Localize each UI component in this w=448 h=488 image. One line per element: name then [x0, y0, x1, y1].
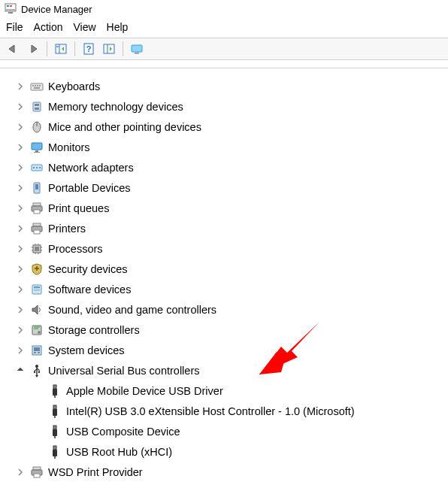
tree-category-label: Universal Serial Bus controllers — [48, 365, 199, 377]
title-bar: Device Manager — [0, 0, 448, 18]
svg-rect-21 — [33, 102, 41, 111]
svg-rect-12 — [132, 45, 142, 52]
tree-category[interactable]: Sound, video and game controllers — [8, 299, 448, 320]
svg-rect-1 — [6, 9, 15, 11]
show-hide-tree-button[interactable] — [53, 41, 69, 57]
tree-category-label: Portable Devices — [48, 182, 131, 194]
printer-icon — [30, 465, 44, 479]
tree-category[interactable]: Mice and other pointing devices — [8, 117, 448, 137]
chevron-right-icon[interactable] — [15, 284, 26, 295]
device-tree: KeyboardsMemory technology devicesMice a… — [0, 73, 448, 482]
tree-category-label: Software devices — [48, 283, 131, 296]
tree-category[interactable]: WSD Print Provider — [8, 462, 448, 482]
chevron-right-icon[interactable] — [15, 122, 26, 132]
tree-category[interactable]: Keyboards — [8, 76, 448, 96]
svg-point-30 — [33, 167, 35, 168]
menu-help[interactable]: Help — [107, 21, 129, 33]
svg-rect-16 — [32, 85, 34, 86]
chevron-right-icon[interactable] — [15, 305, 26, 315]
svg-rect-53 — [34, 289, 40, 289]
svg-rect-4 — [8, 12, 13, 14]
back-button[interactable] — [5, 41, 21, 57]
chevron-right-icon[interactable] — [15, 264, 26, 274]
tree-category[interactable]: Print queues — [8, 198, 448, 218]
chevron-right-icon[interactable] — [15, 183, 26, 193]
chevron-right-icon[interactable] — [15, 467, 26, 477]
toolbar-separator — [74, 41, 75, 56]
svg-text:?: ? — [86, 44, 92, 53]
action-button[interactable] — [101, 41, 117, 57]
tree-category-label: Printers — [48, 223, 86, 235]
tree-category[interactable]: Universal Serial Bus controllers — [8, 360, 448, 380]
tree-category-label: Print queues — [48, 202, 109, 214]
tree-device-label: USB Root Hub (xHCI) — [66, 446, 172, 458]
monitor-icon — [30, 141, 44, 154]
chevron-right-icon[interactable] — [15, 142, 26, 153]
security-icon — [30, 262, 44, 276]
chevron-right-icon[interactable] — [15, 325, 26, 335]
tree-category-label: WSD Print Provider — [48, 466, 143, 478]
network-icon — [30, 161, 44, 174]
app-icon — [5, 3, 17, 15]
chevron-right-icon[interactable] — [15, 244, 26, 254]
svg-rect-28 — [34, 152, 40, 153]
svg-rect-79 — [34, 474, 40, 477]
usb-plug-icon — [48, 405, 62, 418]
svg-rect-58 — [34, 347, 40, 351]
toolbar-separator — [47, 41, 47, 56]
tree-category-label: Security devices — [48, 263, 128, 275]
chevron-right-icon[interactable] — [15, 345, 26, 356]
printer-icon — [30, 222, 44, 235]
tree-category[interactable]: Portable Devices — [8, 177, 448, 198]
tree-category[interactable]: Printers — [8, 218, 448, 238]
chevron-right-icon[interactable] — [15, 102, 26, 112]
svg-rect-27 — [35, 150, 38, 152]
chevron-right-icon[interactable] — [15, 162, 26, 173]
system-icon — [30, 344, 44, 357]
tree-category-label: Sound, video and game controllers — [48, 304, 216, 316]
tree-category[interactable]: Monitors — [8, 137, 448, 157]
tree-device[interactable]: USB Root Hub (xHCI) — [8, 441, 448, 462]
svg-point-31 — [36, 167, 38, 168]
svg-rect-22 — [35, 104, 39, 106]
usb-icon — [30, 364, 44, 377]
svg-rect-15 — [31, 83, 43, 90]
tree-device[interactable]: Intel(R) USB 3.0 eXtensible Host Control… — [8, 401, 448, 421]
svg-rect-42 — [35, 247, 39, 251]
svg-rect-34 — [35, 184, 38, 189]
forward-button[interactable] — [25, 41, 41, 57]
svg-rect-13 — [135, 53, 139, 54]
chevron-right-icon[interactable] — [15, 203, 26, 214]
svg-rect-38 — [33, 223, 41, 226]
tree-category[interactable]: Processors — [8, 238, 448, 259]
chevron-right-icon[interactable] — [15, 223, 26, 234]
menu-action[interactable]: Action — [34, 21, 63, 33]
svg-point-56 — [38, 331, 41, 334]
svg-rect-7 — [56, 46, 59, 47]
printer-icon — [30, 202, 44, 215]
tree-category-label: Monitors — [48, 141, 90, 153]
svg-rect-66 — [53, 389, 57, 396]
svg-rect-71 — [53, 426, 56, 429]
tree-category-label: Mice and other pointing devices — [48, 121, 201, 133]
scan-hardware-button[interactable] — [129, 41, 145, 57]
tree-category[interactable]: Network adapters — [8, 157, 448, 177]
help-button[interactable]: ? — [80, 41, 97, 57]
tree-category-label: Processors — [48, 243, 103, 255]
tree-device[interactable]: USB Composite Device — [8, 421, 448, 441]
portable-icon — [30, 181, 44, 195]
chevron-down-icon[interactable] — [15, 365, 26, 376]
menu-view[interactable]: View — [73, 21, 95, 33]
tree-category[interactable]: Software devices — [8, 279, 448, 299]
svg-rect-2 — [7, 5, 9, 7]
tree-category[interactable]: Memory technology devices — [8, 96, 448, 117]
tree-category[interactable]: System devices — [8, 340, 448, 360]
chevron-right-icon[interactable] — [15, 81, 26, 92]
menu-file[interactable]: File — [6, 21, 23, 33]
tree-category-label: Memory technology devices — [48, 101, 183, 113]
tree-category[interactable]: Security devices — [8, 259, 448, 279]
tree-device[interactable]: Apple Mobile Device USB Driver — [8, 380, 448, 401]
svg-rect-68 — [53, 405, 56, 409]
tree-category[interactable]: Storage controllers — [8, 320, 448, 340]
svg-rect-65 — [53, 385, 56, 389]
